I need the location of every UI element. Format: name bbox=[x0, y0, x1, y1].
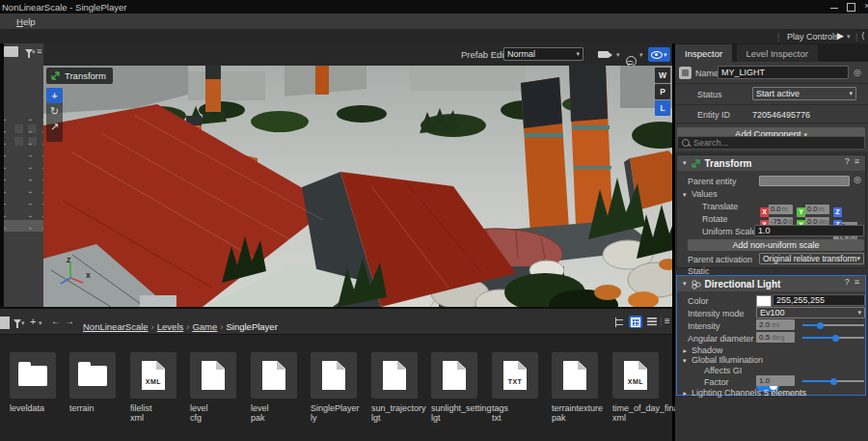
viewport-3d-scene[interactable]: Z X bbox=[43, 66, 672, 307]
status-select[interactable]: Start active ▾ bbox=[752, 87, 856, 100]
asset-add-caret-icon[interactable]: ▾ bbox=[39, 319, 42, 327]
file-ext: cfg bbox=[190, 413, 236, 423]
help-icon[interactable]: ? bbox=[845, 277, 850, 287]
transform-header[interactable]: ▾ Transform ? ≡ bbox=[677, 155, 865, 171]
space-parent-button[interactable]: P bbox=[655, 84, 670, 99]
color-swatch[interactable] bbox=[756, 295, 772, 307]
file-icon bbox=[311, 352, 357, 399]
factor-slider[interactable] bbox=[802, 380, 864, 382]
asset-tile[interactable]: terrain bbox=[69, 352, 116, 413]
visibility-button[interactable]: ▾ bbox=[648, 47, 670, 62]
asset-search-input[interactable] bbox=[0, 317, 10, 329]
file-icon: TXT bbox=[492, 352, 538, 399]
scale-tool-button[interactable]: ↗ bbox=[46, 119, 63, 134]
card-menu-icon[interactable]: ≡ bbox=[854, 156, 859, 166]
parent-activation-select[interactable]: Original relative transform ▾ bbox=[759, 253, 864, 264]
directional-light-title: Directional Light bbox=[705, 279, 781, 289]
angular-diameter-slider[interactable] bbox=[802, 337, 864, 339]
intensity-mode-caret-icon: ▾ bbox=[857, 309, 861, 317]
rotate-tool-button[interactable]: ↻ bbox=[46, 103, 63, 119]
tab-inspector[interactable]: Inspector bbox=[675, 44, 732, 63]
collapse-caret-icon[interactable]: ▾ bbox=[683, 280, 687, 288]
file-name: leveldata bbox=[10, 403, 56, 413]
transform-mode-button[interactable]: Transform bbox=[46, 68, 113, 84]
clipped-toolbar-icon[interactable]: ⟨ bbox=[861, 31, 865, 41]
card-menu-icon[interactable]: ≡ bbox=[854, 277, 859, 287]
asset-tile[interactable]: leveldata bbox=[10, 352, 56, 413]
asset-tile[interactable]: TXT tagstxt bbox=[492, 352, 538, 423]
tree-view-icon[interactable] bbox=[613, 316, 627, 328]
asset-tile[interactable]: levelcfg bbox=[190, 352, 236, 423]
play-icon[interactable]: ▶ bbox=[837, 31, 844, 41]
intensity-input[interactable]: 2.0ev bbox=[756, 319, 795, 330]
filter-caret-icon[interactable]: ▾ bbox=[32, 48, 36, 56]
scene-render bbox=[43, 66, 672, 307]
intensity-slider[interactable] bbox=[802, 324, 864, 326]
parent-activation-value: Original relative transform bbox=[763, 254, 856, 263]
intensity-mode-select[interactable]: Ev100 ▾ bbox=[756, 307, 865, 318]
breadcrumb-item[interactable]: Levels bbox=[157, 321, 183, 332]
folder-icon bbox=[10, 352, 56, 399]
color-value-input[interactable]: 255,255,255 bbox=[773, 294, 865, 306]
space-local-button[interactable]: L bbox=[655, 100, 670, 116]
asset-filter-icon[interactable] bbox=[14, 319, 21, 324]
file-icon bbox=[552, 352, 598, 399]
entity-picker-icon[interactable]: ◎ bbox=[854, 175, 861, 184]
help-icon[interactable]: ? bbox=[845, 156, 850, 166]
asset-tile[interactable]: SinglePlayerly bbox=[311, 352, 357, 423]
gi-caret-icon[interactable]: ▾ bbox=[683, 357, 687, 365]
asset-filter-caret-icon[interactable]: ▾ bbox=[21, 319, 25, 327]
directional-light-header[interactable]: ▾ Directional Light ? ≡ bbox=[677, 276, 865, 291]
directional-light-component-icon bbox=[691, 279, 701, 289]
menu-item-help[interactable]: Help bbox=[16, 16, 36, 27]
asset-tile[interactable]: XML filelistxml bbox=[130, 352, 176, 423]
asset-menu-icon[interactable]: ≡ bbox=[665, 316, 670, 326]
uniform-scale-input[interactable]: 1.0 bbox=[754, 225, 864, 236]
toolbar-separator-2: | bbox=[855, 32, 857, 41]
entity-name-input[interactable]: MY_LIGHT bbox=[718, 66, 849, 79]
camera-icon[interactable] bbox=[598, 51, 609, 58]
angular-diameter-input[interactable]: 0.5deg bbox=[756, 332, 795, 343]
breadcrumb-item[interactable]: Game bbox=[192, 321, 217, 332]
add-nonuniform-scale-button[interactable]: Add non-uniform scale bbox=[688, 239, 864, 251]
asset-tile[interactable]: sunlight_settinglgt bbox=[431, 352, 477, 423]
values-label: Values bbox=[692, 189, 718, 199]
entity-status-icon[interactable]: ◎ bbox=[854, 68, 861, 77]
values-caret-icon[interactable]: ▾ bbox=[683, 191, 687, 199]
entity-outliner-panel: ▾ ≡ bbox=[0, 43, 43, 307]
forward-icon[interactable]: → bbox=[65, 316, 74, 326]
camera-caret-icon[interactable]: ▾ bbox=[616, 51, 620, 59]
back-icon[interactable]: ← bbox=[51, 316, 61, 326]
move-tool-button[interactable]: + bbox=[46, 88, 63, 103]
file-ext: txt bbox=[492, 413, 538, 423]
asset-tile[interactable]: XML time_of_day_finalxml bbox=[612, 352, 659, 423]
close-button[interactable]: × bbox=[860, 2, 868, 11]
breadcrumb-item-current: SinglePlayer bbox=[226, 321, 277, 332]
list-view-icon[interactable] bbox=[645, 316, 659, 328]
transform-title: Transform bbox=[705, 158, 752, 169]
tab-level-inspector[interactable]: Level Inspector bbox=[737, 44, 818, 63]
outliner-menu-icon[interactable]: ≡ bbox=[37, 46, 41, 56]
intensity-mode-value: Ev100 bbox=[760, 308, 785, 317]
prefab-mode-select[interactable]: Normal ▾ bbox=[503, 47, 583, 61]
collapse-caret-icon[interactable]: ▾ bbox=[683, 159, 687, 167]
asset-tile[interactable]: levelpak bbox=[251, 352, 297, 423]
lighting-channels-caret-icon[interactable]: ▾ bbox=[681, 392, 689, 396]
asset-add-icon[interactable]: + bbox=[30, 316, 36, 327]
world-caret-icon[interactable]: ▾ bbox=[639, 51, 643, 59]
menu-help-rest: elp bbox=[23, 16, 36, 27]
asset-tile[interactable]: terraintexturepak bbox=[552, 352, 598, 423]
shadow-caret-icon[interactable]: ▾ bbox=[681, 349, 689, 353]
space-world-button[interactable]: W bbox=[655, 68, 670, 83]
parent-entity-field[interactable] bbox=[759, 176, 850, 186]
asset-tile[interactable]: sun_trajectorylgt bbox=[371, 352, 418, 423]
breadcrumb-item[interactable]: NonLinearScale bbox=[83, 321, 149, 332]
factor-input[interactable]: 1.0 bbox=[756, 375, 795, 386]
file-name: SinglePlayer bbox=[311, 403, 357, 413]
entity-visibility-dots[interactable] bbox=[4, 111, 43, 233]
grid-view-icon[interactable] bbox=[629, 316, 642, 328]
outliner-search-input[interactable] bbox=[4, 46, 18, 57]
component-search-input[interactable]: Search... bbox=[677, 136, 865, 150]
space-local-label: L bbox=[660, 103, 665, 113]
play-caret-icon[interactable]: ▾ bbox=[847, 33, 851, 41]
